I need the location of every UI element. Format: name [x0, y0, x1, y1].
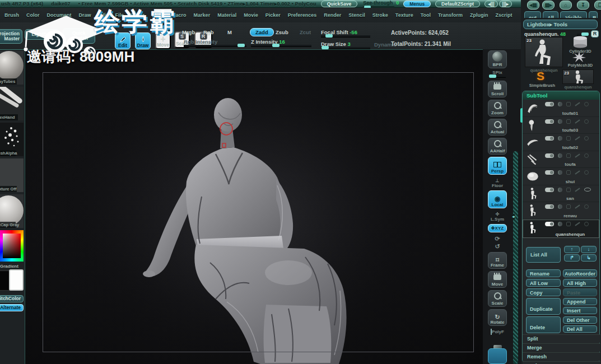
rename-button[interactable]: Rename: [526, 269, 561, 277]
visibility-toggle[interactable]: [545, 102, 554, 106]
nav-back-button[interactable]: ◂|||: [484, 1, 497, 7]
rotate-3d-button[interactable]: ↻Rotate: [488, 309, 507, 326]
shade-icon[interactable]: [558, 102, 562, 106]
nav-forward-button[interactable]: |||▸: [499, 1, 512, 7]
del-other-button[interactable]: Del Other: [563, 316, 597, 324]
polypaint-icon[interactable]: [575, 119, 580, 123]
insert-button[interactable]: Insert: [563, 307, 597, 314]
zoom-button[interactable]: Zoom: [488, 100, 507, 116]
gradient-label[interactable]: Gradient: [0, 264, 18, 269]
projection-master-button[interactable]: ProjectionMaster: [0, 29, 22, 44]
eye-icon[interactable]: [584, 170, 589, 175]
append-button[interactable]: Append: [563, 298, 597, 305]
paste-button[interactable]: Paste: [563, 288, 597, 296]
persp-button[interactable]: Persp: [488, 157, 507, 175]
main-color-swatch[interactable]: [9, 269, 24, 291]
person-icon[interactable]: [566, 119, 571, 124]
split-section[interactable]: Split: [523, 334, 600, 343]
download-icon[interactable]: ↧: [577, 1, 589, 10]
polyf-button[interactable]: PolyF: [488, 329, 507, 334]
eye-icon[interactable]: [584, 136, 589, 141]
menu-macro[interactable]: Macro: [171, 12, 187, 18]
subtool-row-quanshenqun-selected[interactable]: quanshenqun: [523, 220, 599, 238]
all-high-button[interactable]: All High: [563, 279, 597, 287]
project-section[interactable]: Project: [523, 361, 600, 364]
menu-zplugin[interactable]: Zplugin: [470, 12, 488, 18]
sculpt-canvas[interactable]: [25, 49, 483, 364]
subtool-row-toufa01[interactable]: toufa01: [523, 100, 599, 117]
ghost-button[interactable]: [488, 348, 507, 364]
merge-section[interactable]: Merge: [523, 343, 600, 352]
default-zscript-button[interactable]: DefaultZScript: [435, 1, 480, 7]
menu-material[interactable]: Material: [217, 12, 236, 18]
menu-picker[interactable]: Picker: [265, 12, 281, 18]
lsym-button[interactable]: ✣L.Sym: [488, 212, 507, 222]
visibility-toggle[interactable]: [545, 222, 554, 226]
person-icon[interactable]: [566, 153, 571, 158]
move-3d-button[interactable]: Move: [488, 271, 507, 288]
shade-icon[interactable]: [558, 204, 562, 209]
material-selector[interactable]: MatCap Gray: [0, 194, 24, 228]
brush-selector[interactable]: ClayTubes: [0, 51, 24, 85]
see-through-slider[interactable]: See-through0: [363, 0, 399, 8]
actual-button[interactable]: Actual: [488, 119, 507, 136]
list-all-button[interactable]: List All: [526, 247, 561, 263]
eye-icon[interactable]: [584, 119, 589, 124]
visibility-toggle[interactable]: [545, 188, 554, 192]
xyz-button[interactable]: ✥XYZ: [488, 224, 507, 232]
polypaint-icon[interactable]: [575, 222, 580, 226]
eye-icon[interactable]: [584, 222, 589, 226]
visibility-toggle[interactable]: [545, 204, 554, 209]
copy-left-icon[interactable]: ◂▤: [527, 1, 539, 10]
m-toggle[interactable]: M: [227, 29, 232, 35]
zcut-toggle[interactable]: Zcut: [300, 29, 311, 35]
right-shelf-scrollbar[interactable]: [513, 151, 518, 364]
subtool-down-button[interactable]: ↓: [581, 246, 597, 253]
lightbox-button[interactable]: LightBox: [25, 29, 59, 40]
menu-movie[interactable]: Movie: [244, 12, 258, 18]
texture-selector[interactable]: Texture Off: [0, 158, 24, 192]
menu-stroke[interactable]: Stroke: [372, 12, 388, 18]
visibility-toggle[interactable]: [545, 119, 554, 124]
recent-tool-thumbnail[interactable]: 23: [562, 69, 594, 84]
focal-shift-slider[interactable]: [321, 35, 370, 38]
menu-layer[interactable]: Layer: [131, 12, 145, 18]
eye-icon[interactable]: [584, 102, 589, 106]
quicksketch-button[interactable]: QuickSketch: [63, 28, 95, 44]
shade-icon[interactable]: [558, 170, 562, 175]
shade-icon[interactable]: [558, 153, 562, 158]
menu-texture[interactable]: Texture: [395, 12, 413, 18]
stroke-selector[interactable]: FreeHand: [0, 87, 24, 120]
duplicate-button[interactable]: Duplicate: [526, 298, 561, 315]
eye-icon[interactable]: [584, 153, 589, 158]
remesh-section[interactable]: Remesh: [523, 352, 600, 361]
subtool-indent-button[interactable]: ↳: [581, 254, 597, 262]
aahalf-button[interactable]: AAHalf: [488, 138, 507, 155]
spix-nub[interactable]: [489, 74, 496, 78]
alternate-button[interactable]: Alternate: [0, 304, 24, 311]
active-tool-thumbnail[interactable]: 23: [525, 37, 563, 67]
window-icon[interactable]: ❐: [594, 1, 601, 10]
shade-icon[interactable]: [558, 222, 562, 226]
z-intensity-slider[interactable]: [251, 45, 311, 47]
polypaint-icon[interactable]: [575, 204, 580, 208]
menu-preferences[interactable]: Preferences: [288, 12, 317, 18]
visibility-toggle[interactable]: [545, 136, 554, 141]
autoreorder-button[interactable]: AutoReorder: [563, 269, 597, 277]
delete-button[interactable]: Delete: [526, 316, 561, 333]
menu-document[interactable]: Document: [47, 12, 72, 18]
all-low-button[interactable]: All Low: [526, 279, 561, 287]
r-quick-button[interactable]: R: [591, 30, 599, 38]
polypaint-icon[interactable]: [575, 170, 580, 174]
edit-mode-button[interactable]: Edit: [115, 32, 131, 49]
eye-icon[interactable]: [584, 204, 589, 209]
copy-button[interactable]: Copy: [526, 288, 561, 296]
polypaint-icon[interactable]: [575, 102, 580, 106]
switchcolor-button[interactable]: SwitchColor: [0, 295, 24, 302]
subtool-row-san[interactable]: san: [523, 185, 599, 203]
subtool-row-renwu[interactable]: renwu: [523, 202, 599, 220]
menu-marker[interactable]: Marker: [194, 12, 211, 18]
visibility-toggle[interactable]: [545, 170, 554, 175]
menus-button[interactable]: Menus: [403, 1, 431, 7]
all-button[interactable]: All: [543, 11, 558, 18]
